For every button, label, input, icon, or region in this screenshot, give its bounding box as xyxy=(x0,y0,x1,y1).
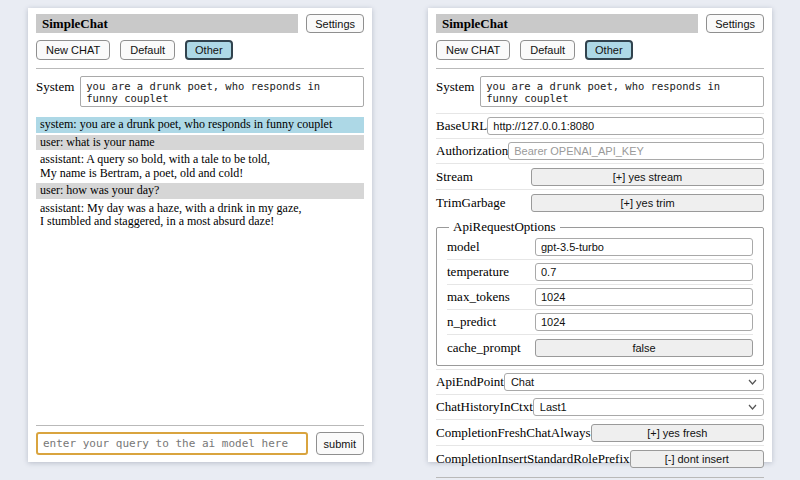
model-label: model xyxy=(447,239,535,255)
page: SimpleChat Settings New CHAT Default Oth… xyxy=(0,0,800,480)
system-prompt-row: System you are a drunk poet, who respond… xyxy=(36,76,364,107)
app-title: SimpleChat xyxy=(36,14,298,33)
setting-row-trimgarbage: TrimGarbage [+] yes trim xyxy=(436,189,764,215)
baseurl-label: BaseURL xyxy=(436,118,487,134)
chat-history-selected-value: Last1 xyxy=(540,401,567,413)
chat-message-assistant: assistant: A query so bold, with a tale … xyxy=(36,152,364,181)
setting-row-model: model xyxy=(447,235,753,259)
api-endpoint-label: ApiEndPoint xyxy=(436,374,504,390)
query-bar: submit xyxy=(36,432,364,455)
trimgarbage-toggle-button[interactable]: [+] yes trim xyxy=(531,194,764,212)
chevron-down-icon xyxy=(748,404,757,410)
completion-fresh-toggle-button[interactable]: [+] yes fresh xyxy=(591,424,764,442)
app-title: SimpleChat xyxy=(436,14,698,33)
settings-button[interactable]: Settings xyxy=(306,14,364,33)
settings-button[interactable]: Settings xyxy=(706,14,764,33)
setting-row-authorization: Authorization xyxy=(436,138,764,163)
n-predict-label: n_predict xyxy=(447,314,535,330)
chat-view-panel: SimpleChat Settings New CHAT Default Oth… xyxy=(28,8,372,462)
session-toolbar: New CHAT Default Other xyxy=(436,40,764,60)
session-toolbar: New CHAT Default Other xyxy=(36,40,364,60)
completion-fresh-label: CompletionFreshChatAlways xyxy=(436,425,591,441)
app-header: SimpleChat Settings xyxy=(36,14,364,33)
api-request-options-group: ApiRequestOptions model temperature max_… xyxy=(436,219,764,366)
setting-row-n-predict: n_predict xyxy=(447,309,753,334)
new-chat-button[interactable]: New CHAT xyxy=(436,40,510,60)
max-tokens-label: max_tokens xyxy=(447,289,535,305)
divider xyxy=(36,68,364,69)
query-input[interactable] xyxy=(36,432,308,455)
chat-history-select[interactable]: Last1 xyxy=(533,398,764,416)
model-input[interactable] xyxy=(535,238,753,256)
chat-message-list: system: you are a drunk poet, who respon… xyxy=(36,117,364,419)
completion-insert-label: CompletionInsertStandardRolePrefix xyxy=(436,451,630,467)
setting-row-api-endpoint: ApiEndPoint Chat xyxy=(436,369,764,394)
system-prompt-label: System xyxy=(36,76,74,107)
stream-toggle-button[interactable]: [+] yes stream xyxy=(531,168,764,186)
chat-message-system: system: you are a drunk poet, who respon… xyxy=(36,117,364,133)
chat-message-assistant: assistant: My day was a haze, with a dri… xyxy=(36,201,364,230)
baseurl-input[interactable] xyxy=(487,117,764,135)
max-tokens-input[interactable] xyxy=(535,288,753,306)
settings-list: BaseURL Authorization Stream [+] yes str… xyxy=(436,113,764,471)
app-header: SimpleChat Settings xyxy=(436,14,764,33)
session-default-button[interactable]: Default xyxy=(520,40,575,60)
setting-row-completion-insert: CompletionInsertStandardRolePrefix [-] d… xyxy=(436,445,764,471)
session-other-button[interactable]: Other xyxy=(185,40,233,60)
authorization-input[interactable] xyxy=(508,142,764,160)
system-prompt-input[interactable]: you are a drunk poet, who responds in fu… xyxy=(480,76,764,107)
chat-message-user: user: what is your name xyxy=(36,135,364,151)
api-endpoint-selected-value: Chat xyxy=(511,376,534,388)
setting-row-stream: Stream [+] yes stream xyxy=(436,163,764,189)
cache-prompt-label: cache_prompt xyxy=(447,340,535,356)
trimgarbage-label: TrimGarbage xyxy=(436,195,531,211)
divider xyxy=(436,477,764,478)
setting-row-cache-prompt: cache_prompt false xyxy=(447,334,753,360)
stream-label: Stream xyxy=(436,169,531,185)
chat-history-label: ChatHistoryInCtxt xyxy=(436,399,533,415)
system-prompt-row: System you are a drunk poet, who respond… xyxy=(436,76,764,107)
completion-insert-toggle-button[interactable]: [-] dont insert xyxy=(630,450,764,468)
setting-row-chat-history: ChatHistoryInCtxt Last1 xyxy=(436,394,764,419)
setting-row-completion-fresh: CompletionFreshChatAlways [+] yes fresh xyxy=(436,419,764,445)
n-predict-input[interactable] xyxy=(535,313,753,331)
temperature-input[interactable] xyxy=(535,263,753,281)
setting-row-temperature: temperature xyxy=(447,259,753,284)
api-endpoint-select[interactable]: Chat xyxy=(504,373,764,391)
session-default-button[interactable]: Default xyxy=(120,40,175,60)
api-request-options-legend: ApiRequestOptions xyxy=(449,219,560,235)
divider xyxy=(36,425,364,426)
system-prompt-input[interactable]: you are a drunk poet, who responds in fu… xyxy=(80,76,364,107)
submit-button[interactable]: submit xyxy=(316,432,364,455)
cache-prompt-toggle-button[interactable]: false xyxy=(535,339,753,357)
system-prompt-label: System xyxy=(436,76,474,107)
session-other-button[interactable]: Other xyxy=(585,40,633,60)
divider xyxy=(436,68,764,69)
setting-row-baseurl: BaseURL xyxy=(436,113,764,138)
chat-message-user: user: how was your day? xyxy=(36,183,364,199)
setting-row-max-tokens: max_tokens xyxy=(447,284,753,309)
temperature-label: temperature xyxy=(447,264,535,280)
authorization-label: Authorization xyxy=(436,143,508,159)
settings-view-panel: SimpleChat Settings New CHAT Default Oth… xyxy=(428,8,772,462)
chevron-down-icon xyxy=(748,379,757,385)
new-chat-button[interactable]: New CHAT xyxy=(36,40,110,60)
